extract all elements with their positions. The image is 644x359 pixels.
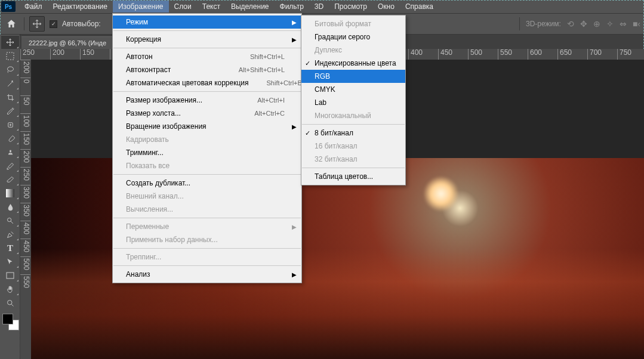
foreground-color-swatch[interactable] [2,314,13,324]
pan-icon[interactable]: ✥ [580,19,587,29]
eyedropper-tool[interactable] [1,104,19,117]
menu-item-label: Таблица цветов... [315,172,373,181]
svg-rect-0 [7,52,14,60]
menu-file[interactable]: Файл [19,1,48,13]
menu-item-label: Режим [126,18,148,26]
menu-item-applydata: Применить набор данных... [113,233,301,246]
menu-item-mode[interactable]: Режим▶ [113,16,301,29]
menu-item-calculations: Вычисления... [113,203,301,216]
menu-item-label: 8 бит/канал [315,129,353,137]
separator [519,17,520,30]
menu-layers[interactable]: Слои [169,1,197,13]
healing-brush-tool[interactable] [1,118,19,131]
menu-item-indexed[interactable]: ✓Индексированные цвета [301,57,405,70]
menu-item-revealall: Показать все [113,159,301,172]
menu-select[interactable]: Выделение [226,1,275,13]
menu-item-applyimage: Внешний канал... [113,190,301,203]
menu-item-canvassize[interactable]: Размер холста...Alt+Ctrl+C [113,107,301,120]
lasso-tool[interactable] [1,63,19,76]
menu-item-label: Индексированные цвета [315,59,396,67]
camera-icon[interactable]: ■‹ [633,19,640,29]
menu-text[interactable]: Текст [197,1,226,13]
hand-tool[interactable] [1,283,19,296]
menu-item-trim[interactable]: Тримминг... [113,146,301,159]
menu-item-label: Анализ [126,270,150,278]
zoom-tool[interactable] [1,296,19,310]
menu-separator [113,91,301,92]
menu-image[interactable]: Изображение [113,1,169,13]
dolly-icon[interactable]: ⊕ [593,19,600,29]
menu-item-autotone[interactable]: АвтотонShift+Ctrl+L [113,50,301,63]
menu-item-cmyk[interactable]: CMYK [301,83,405,96]
menu-item-imagesize[interactable]: Размер изображения...Alt+Ctrl+I [113,94,301,107]
autoselect-checkbox[interactable]: ✓ [50,20,57,28]
svg-point-1 [7,66,13,71]
menu-item-rotation[interactable]: Вращение изображения▶ [113,120,301,133]
slide-icon[interactable]: ⇔ [620,19,627,29]
image-content [423,176,459,212]
menu-item-label: 16 бит/канал [315,142,358,150]
menu-item-label: Автоматическая цветовая коррекция [126,79,249,87]
menu-item-multichannel: Многоканальный [301,109,405,122]
menu-item-label: Размер холста... [126,109,181,117]
pen-tool[interactable] [1,228,19,241]
clone-stamp-tool[interactable] [1,146,19,159]
mode-submenu: Битовый формат Градации серого Дуплекс ✓… [301,15,406,185]
menu-view[interactable]: Просмотр [329,1,372,13]
rectangle-tool[interactable] [1,269,19,282]
image-menu-dropdown: Режим▶ Коррекция▶ АвтотонShift+Ctrl+L Ав… [112,13,302,283]
menu-item-rgb[interactable]: RGB [301,70,405,83]
gradient-tool[interactable] [1,187,19,200]
menu-item-duplicate[interactable]: Создать дубликат... [113,177,301,190]
history-brush-tool[interactable] [1,159,19,172]
menu-item-colortable[interactable]: Таблица цветов... [301,170,405,183]
menu-item-grayscale[interactable]: Градации серого [301,30,405,44]
dodge-tool[interactable] [1,214,19,227]
magic-wand-tool[interactable] [1,77,19,90]
blur-tool[interactable] [1,200,19,213]
menu-item-autocolor[interactable]: Автоматическая цветовая коррекцияShift+C… [113,76,301,89]
separator [24,17,24,30]
menu-item-label: Lab [315,98,326,107]
menu-separator [113,30,301,31]
path-selection-tool[interactable] [1,255,19,268]
menu-item-autocontrast[interactable]: АвтоконтрастAlt+Shift+Ctrl+L [113,63,301,76]
menu-item-bitmap: Битовый формат [301,17,405,30]
move-tool-icon[interactable] [29,16,45,32]
check-icon: ✓ [305,129,310,137]
menu-item-32bit: 32 бит/канал [301,153,405,166]
orbit-icon[interactable]: ⟲ [567,19,574,29]
menu-item-label: Тримминг... [126,148,164,157]
move-tool[interactable] [1,36,19,49]
menu-item-analysis[interactable]: Анализ▶ [113,268,301,281]
shortcut-label: Alt+Ctrl+I [257,97,285,104]
menu-edit[interactable]: Редактирование [48,1,113,13]
mode3d-label: 3D-режим: [526,20,561,28]
menu-help[interactable]: Справка [400,1,439,13]
menu-item-label: Кадрировать [126,135,169,144]
menu-separator [113,265,301,266]
menu-item-label: Внешний канал... [126,192,184,200]
crop-tool[interactable] [1,91,19,104]
brush-tool[interactable] [1,132,19,145]
mode3d-section: 3D-режим: ⟲ ✥ ⊕ ✧ ⇔ ■‹ [519,17,640,30]
scale-icon[interactable]: ✧ [606,19,614,29]
menu-item-crop: Кадрировать [113,133,301,146]
type-tool[interactable]: T [1,242,19,255]
home-icon[interactable] [4,16,19,32]
menu-3d[interactable]: 3D [309,1,329,13]
marquee-tool[interactable] [1,49,19,63]
menu-item-lab[interactable]: Lab [301,96,405,109]
menu-item-correction[interactable]: Коррекция▶ [113,33,301,46]
menu-window[interactable]: Окно [372,1,400,13]
menu-item-label: CMYK [315,85,335,94]
color-swatches[interactable] [2,314,19,330]
menu-filter[interactable]: Фильтр [275,1,309,13]
menu-separator [302,168,405,168]
menu-item-duotone: Дуплекс [301,44,405,57]
document-tab[interactable]: 22222.jpg @ 66,7% (Инде [21,36,113,49]
photoshop-logo-icon: Ps [1,1,16,12]
menu-item-label: RGB [315,72,330,81]
menu-item-8bit[interactable]: ✓8 бит/канал [301,126,405,140]
eraser-tool[interactable] [1,173,19,186]
